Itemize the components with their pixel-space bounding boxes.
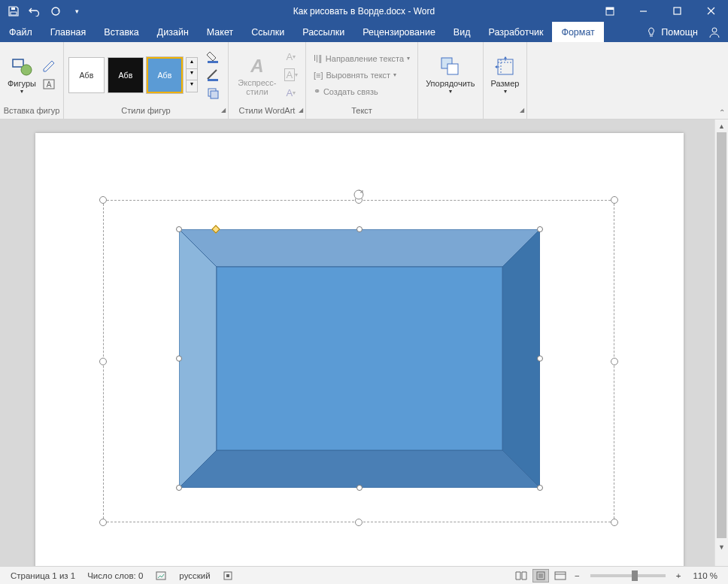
save-button[interactable] [5,2,23,20]
selection-handle-se[interactable] [611,519,618,526]
web-layout-button[interactable] [552,569,569,582]
shape-fill-button[interactable] [205,49,222,65]
status-proofing-button[interactable] [149,570,173,582]
group-label-wordart: Стили WordArt [238,106,295,115]
shape-handle-sw[interactable] [176,485,182,491]
text-box-button[interactable]: A [41,76,57,92]
style-preset-1[interactable]: Абв [68,57,105,93]
zoom-level[interactable]: 110 % [687,571,723,580]
selection-handle-e[interactable] [611,358,618,365]
gallery-down-button[interactable]: ▾ [187,69,197,80]
svg-rect-11 [208,61,218,63]
account-icon [708,26,720,38]
tab-insert[interactable]: Вставка [95,22,147,42]
style-preset-2[interactable]: Абв [108,57,144,93]
selection-handle-ne[interactable] [611,196,618,204]
wordart-launcher[interactable]: ◢ [299,107,303,113]
selection-handle-sw[interactable] [99,519,107,526]
size-launcher[interactable]: ◢ [520,107,524,113]
collapse-ribbon-button[interactable]: ⌃ [719,108,725,116]
text-direction-button[interactable]: I|‖Направление текста ▾ [311,51,413,66]
zoom-in-button[interactable]: + [673,571,684,580]
svg-rect-24 [217,267,502,450]
wordart-quick-styles-button[interactable]: A Экспресс-стили [233,46,281,104]
selection-handle-nw[interactable] [99,196,107,204]
tab-layout[interactable]: Макет [198,22,242,42]
read-mode-button[interactable] [513,569,529,582]
group-label-shape-styles: Стили фигур [121,106,170,115]
size-button[interactable]: Размер ▾ [488,46,523,104]
svg-point-8 [21,65,32,75]
shape-outline-button[interactable] [205,67,222,83]
group-label-text: Текст [306,106,417,119]
tab-view[interactable]: Вид [444,22,480,42]
status-page[interactable]: Страница 1 из 1 [5,571,81,580]
status-word-count[interactable]: Число слов: 0 [81,571,149,580]
status-language[interactable]: русский [173,571,216,580]
undo-button[interactable] [26,2,44,20]
svg-rect-25 [156,572,165,579]
shape-handle-se[interactable] [537,485,543,491]
rotation-handle[interactable] [353,189,365,201]
tab-file[interactable]: Файл [0,22,41,42]
svg-rect-18 [498,59,513,74]
create-link-button[interactable]: ⚭Создать связь [311,84,413,99]
zoom-slider[interactable] [590,574,666,577]
tab-developer[interactable]: Разработчик [479,22,552,42]
redo-button[interactable] [47,2,65,20]
gallery-up-button[interactable]: ▴ [187,58,197,69]
edit-shape-button[interactable] [41,58,57,74]
tell-me[interactable]: Помощн [639,22,728,42]
scroll-thumb[interactable] [717,132,726,538]
zoom-slider-thumb[interactable] [632,570,638,581]
text-effects-button[interactable]: A▾ [283,85,299,101]
ribbon: Фигуры ▾ A Вставка фигур Абв Абв Абв ▴ ▾… [0,42,728,120]
tell-me-label: Помощн [661,27,698,38]
arrange-button[interactable]: Упорядочить ▾ [423,46,478,104]
scroll-up-button[interactable]: ▲ [715,120,728,132]
align-text-button[interactable]: [≡]Выровнять текст ▾ [311,68,413,83]
group-text: I|‖Направление текста ▾ [≡]Выровнять тек… [306,42,418,119]
text-fill-button[interactable]: A▾ [283,49,299,65]
tab-review[interactable]: Рецензирование [353,22,444,42]
gallery-more-button[interactable]: ▾ [187,80,197,92]
print-layout-button[interactable] [532,569,549,582]
maximize-button[interactable] [660,0,694,22]
selection-handle-w[interactable] [99,358,107,365]
shape-handle-nw[interactable] [176,226,182,232]
vertical-scrollbar[interactable]: ▲ ▼ [714,120,728,566]
tab-home[interactable]: Главная [41,22,96,42]
drawing-canvas-selection[interactable] [101,198,617,525]
bevel-shape[interactable] [179,229,540,488]
tab-mailings[interactable]: Рассылки [293,22,353,42]
tab-design[interactable]: Дизайн [148,22,198,42]
selection-handle-s[interactable] [355,519,362,526]
link-icon: ⚭ [314,86,320,96]
shape-handle-n[interactable] [356,226,362,232]
window-title: Как рисовать в Ворде.docx - Word [293,0,435,22]
shape-style-gallery[interactable]: Абв Абв Абв ▴ ▾ ▾ [68,57,198,93]
shape-effects-button[interactable] [205,85,222,101]
tab-references[interactable]: Ссылки [242,22,293,42]
scroll-track[interactable] [715,132,728,540]
scroll-down-button[interactable]: ▼ [715,540,728,553]
text-outline-button[interactable]: A▾ [283,67,299,83]
ribbon-tabs: Файл Главная Вставка Дизайн Макет Ссылки… [0,22,728,42]
shape-styles-launcher[interactable]: ◢ [221,107,226,113]
arrange-icon [438,55,463,79]
svg-text:A: A [250,56,263,76]
zoom-out-button[interactable]: − [572,571,583,580]
shapes-gallery-button[interactable]: Фигуры ▾ [5,46,39,104]
minimize-button[interactable] [626,0,660,22]
qat-more-button[interactable]: ▾ [68,2,86,20]
status-macro-button[interactable] [217,570,239,581]
tab-format[interactable]: Формат [552,22,603,42]
close-button[interactable] [694,0,728,22]
shape-handle-ne[interactable] [537,226,543,232]
svg-rect-14 [211,91,218,98]
shape-handle-s[interactable] [356,485,362,491]
ribbon-display-button[interactable] [593,0,626,22]
shape-handle-e[interactable] [537,356,543,362]
shape-handle-w[interactable] [176,356,182,362]
style-preset-3[interactable]: Абв [147,57,183,93]
